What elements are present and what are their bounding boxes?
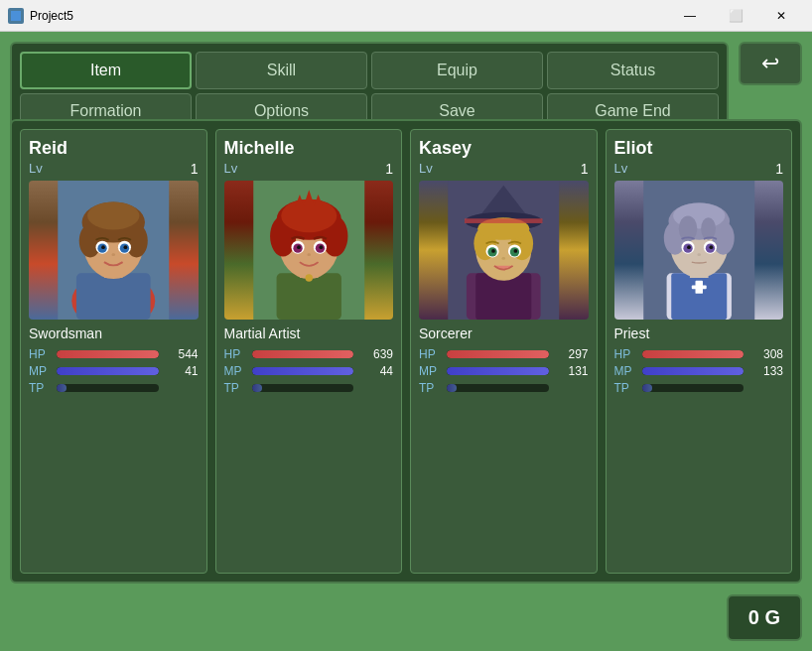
mp-bar-fill: [252, 367, 354, 375]
char-level-eliot: Lv 1: [614, 161, 784, 177]
char-class-reid: Swordsman: [29, 326, 199, 341]
tp-row-reid: TP: [29, 381, 199, 395]
gold-amount: 0: [748, 606, 759, 628]
hp-bar-bg: [252, 350, 354, 358]
mp-label: MP: [29, 364, 53, 378]
tp-bar-bg: [252, 384, 354, 392]
mp-bar-fill: [447, 367, 549, 375]
char-name-eliot: Eliot: [614, 138, 784, 159]
char-portrait-eliot: [614, 181, 784, 320]
mp-row-michelle: MP 44: [224, 364, 394, 378]
mp-row-reid: MP 41: [29, 364, 199, 378]
hp-row-michelle: HP 639: [224, 347, 394, 361]
svg-point-9: [87, 201, 139, 229]
hp-value: 297: [553, 347, 589, 361]
svg-point-65: [701, 217, 716, 239]
menu-status-button[interactable]: Status: [547, 52, 719, 89]
tp-bar-fill: [252, 384, 262, 392]
lv-label: Lv: [419, 161, 433, 177]
tp-row-michelle: TP: [224, 381, 394, 395]
svg-point-15: [124, 245, 128, 249]
title-bar-left: Project5: [8, 8, 73, 24]
lv-value: 1: [581, 161, 589, 177]
menu-item-button[interactable]: Item: [20, 52, 192, 89]
tp-label: TP: [224, 381, 248, 395]
menu-grid: Item Skill Equip Status Formation Option…: [20, 52, 719, 129]
hp-bar-bg: [447, 350, 549, 358]
hp-bar-fill: [642, 350, 744, 358]
mp-bar-bg: [57, 367, 159, 375]
tp-label: TP: [419, 381, 443, 395]
char-class-eliot: Priest: [614, 326, 784, 341]
char-card-eliot[interactable]: Eliot Lv 1: [606, 129, 793, 574]
svg-rect-54: [465, 218, 542, 223]
mp-row-eliot: MP 133: [614, 364, 784, 378]
mp-bar-bg: [447, 367, 549, 375]
char-card-michelle[interactable]: Michelle Lv 1: [215, 129, 403, 574]
mp-row-kasey: MP 131: [419, 364, 589, 378]
tp-bar-fill: [447, 384, 457, 392]
game-area: ↩ Item Skill Equip Status Formation Opti…: [0, 32, 812, 651]
svg-rect-0: [11, 11, 21, 21]
tp-label: TP: [29, 381, 53, 395]
char-portrait-reid: [29, 181, 199, 320]
tp-bar-fill: [642, 384, 652, 392]
gold-panel: 0 G: [727, 594, 802, 641]
tp-bar-bg: [57, 384, 159, 392]
svg-rect-74: [691, 285, 706, 289]
char-portrait-kasey: [419, 181, 589, 320]
mp-bar-bg: [252, 367, 354, 375]
gold-currency-label: G: [764, 606, 780, 628]
char-name-kasey: Kasey: [419, 138, 589, 159]
maximize-button[interactable]: ⬜: [713, 0, 758, 32]
svg-point-14: [101, 245, 105, 249]
mp-bar-fill: [57, 367, 159, 375]
lv-label: Lv: [29, 161, 43, 177]
svg-point-52: [514, 249, 518, 253]
svg-point-72: [697, 253, 701, 256]
tp-bar-bg: [447, 384, 549, 392]
char-class-michelle: Martial Artist: [224, 326, 394, 341]
svg-point-24: [281, 199, 337, 233]
hp-value: 308: [747, 347, 783, 361]
hp-bar-fill: [447, 350, 549, 358]
app-title: Project5: [30, 9, 73, 23]
lv-label: Lv: [614, 161, 628, 177]
char-card-kasey[interactable]: Kasey Lv 1: [410, 129, 598, 574]
char-name-reid: Reid: [29, 138, 199, 159]
char-card-reid[interactable]: Reid Lv 1: [20, 129, 207, 574]
svg-point-53: [501, 257, 505, 260]
mp-label: MP: [614, 364, 638, 378]
hp-label: HP: [419, 347, 443, 361]
mp-value: 41: [163, 364, 199, 378]
svg-rect-3: [76, 273, 151, 320]
window-controls: — ⬜ ✕: [667, 0, 804, 32]
mp-label: MP: [224, 364, 248, 378]
app-icon: [8, 8, 24, 24]
hp-row-kasey: HP 297: [419, 347, 589, 361]
tp-bar-bg: [642, 384, 744, 392]
menu-equip-button[interactable]: Equip: [371, 52, 543, 89]
char-level-kasey: Lv 1: [419, 161, 589, 177]
tp-bar-fill: [57, 384, 67, 392]
hp-label: HP: [224, 347, 248, 361]
title-bar: Project5 — ⬜ ✕: [0, 0, 812, 32]
lv-value: 1: [775, 161, 783, 177]
char-portrait-michelle: [224, 181, 394, 320]
menu-skill-button[interactable]: Skill: [196, 52, 367, 89]
close-button[interactable]: ✕: [758, 0, 804, 32]
hp-label: HP: [614, 347, 638, 361]
hp-bar-bg: [642, 350, 744, 358]
characters-panel: Reid Lv 1: [10, 119, 802, 584]
lv-value: 1: [385, 161, 393, 177]
char-level-michelle: Lv 1: [224, 161, 394, 177]
mp-label: MP: [419, 364, 443, 378]
hp-value: 544: [163, 347, 199, 361]
svg-point-35: [305, 274, 312, 281]
mp-value: 133: [747, 364, 783, 378]
minimize-button[interactable]: —: [667, 0, 713, 32]
svg-point-7: [79, 224, 101, 258]
tp-label: TP: [614, 381, 638, 395]
hp-bar-fill: [57, 350, 159, 358]
back-button[interactable]: ↩: [739, 42, 802, 85]
